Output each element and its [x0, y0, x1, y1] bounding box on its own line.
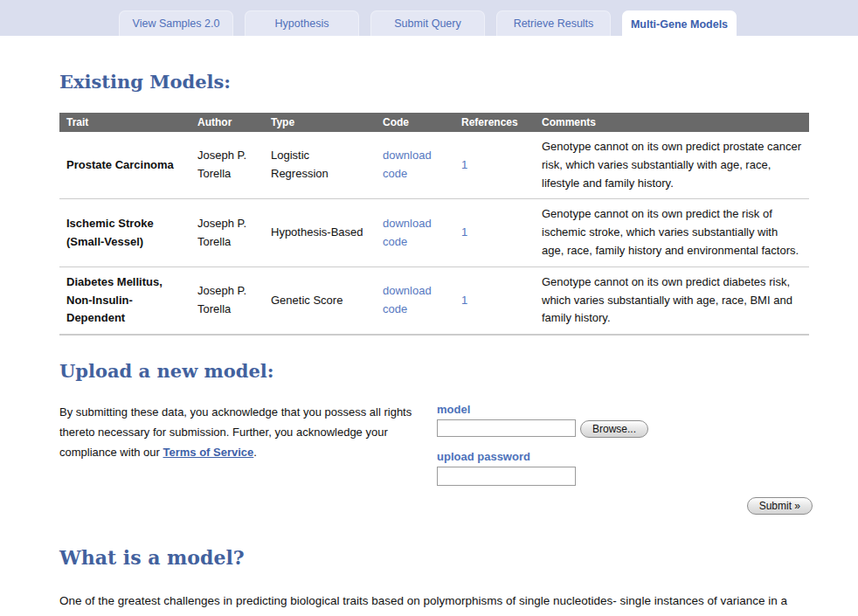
reference-link[interactable]: 1	[461, 294, 467, 307]
upload-disclaimer: By submitting these data, you acknowledg…	[59, 403, 417, 515]
nav-tab[interactable]: Hypothesis	[245, 10, 359, 36]
upload-form: model Browse... upload password Submit »	[437, 403, 809, 515]
references-cell: 1	[454, 266, 535, 335]
nav-tab[interactable]: Multi-Gene Models	[622, 10, 737, 39]
what-is-a-model-paragraph: One of the greatest challenges in predic…	[59, 592, 795, 616]
type-cell: Genetic Score	[264, 266, 376, 335]
column-header: Author	[190, 113, 264, 132]
model-file-input[interactable]	[437, 419, 576, 437]
trait-cell: Diabetes Mellitus, Non-Insulin-Dependent	[59, 266, 190, 335]
models-table: Trait Author Type Code References Commen…	[59, 113, 809, 336]
table-row: Ischemic Stroke (Small-Vessel) Joseph P.…	[59, 199, 809, 266]
references-cell: 1	[454, 199, 535, 266]
column-header: Type	[264, 113, 376, 132]
nav-tab[interactable]: Retrieve Results	[496, 10, 611, 36]
upload-model-heading: Upload a new model:	[59, 360, 809, 382]
model-file-row: Browse...	[437, 419, 809, 438]
nav-tab[interactable]: View Samples 2.0	[119, 10, 233, 36]
table-row: Prostate Carcinoma Joseph P. Torella Log…	[59, 132, 809, 199]
references-cell: 1	[454, 132, 535, 199]
download-code-link[interactable]: download code	[383, 217, 432, 248]
upload-section: By submitting these data, you acknowledg…	[59, 403, 809, 515]
author-cell: Joseph P. Torella	[190, 199, 264, 266]
column-header: Code	[376, 113, 454, 132]
reference-link[interactable]: 1	[461, 158, 467, 171]
column-header: References	[454, 113, 535, 132]
column-header: Comments	[535, 113, 809, 132]
nav-tab[interactable]: Submit Query	[370, 10, 485, 36]
download-code-link[interactable]: download code	[383, 284, 432, 315]
upload-password-input[interactable]	[437, 467, 576, 486]
comments-cell: Genotype cannot on its own predict the r…	[535, 199, 809, 266]
type-cell: Logistic Regression	[264, 132, 376, 199]
tab-label: Retrieve Results	[514, 17, 594, 30]
tab-label: Submit Query	[394, 17, 460, 30]
model-field-label: model	[437, 403, 809, 416]
upload-password-label: upload password	[437, 450, 809, 463]
what-is-a-model-heading: What is a model?	[59, 546, 809, 569]
tab-label: Hypothesis	[275, 17, 329, 30]
reference-link[interactable]: 1	[461, 225, 467, 239]
comments-cell: Genotype cannot on its own predict diabe…	[535, 266, 809, 335]
page-content: Existing Models: Trait Author Type Code …	[0, 71, 858, 616]
submit-button[interactable]: Submit »	[747, 497, 813, 515]
code-cell: download code	[376, 132, 454, 199]
author-cell: Joseph P. Torella	[190, 266, 264, 335]
browse-button[interactable]: Browse...	[580, 420, 648, 438]
column-header: Trait	[59, 113, 190, 132]
trait-cell: Ischemic Stroke (Small-Vessel)	[59, 199, 190, 266]
table-row: Diabetes Mellitus, Non-Insulin-Dependent…	[59, 266, 809, 335]
tab-label: Multi-Gene Models	[631, 18, 728, 31]
download-code-link[interactable]: download code	[383, 149, 432, 180]
comments-cell: Genotype cannot on its own predict prost…	[535, 132, 809, 199]
trait-cell: Prostate Carcinoma	[59, 132, 190, 199]
terms-of-service-link[interactable]: Terms of Service	[163, 446, 254, 459]
disclaimer-period: .	[253, 446, 257, 459]
author-cell: Joseph P. Torella	[190, 132, 264, 199]
type-cell: Hypothesis-Based	[264, 199, 376, 266]
tab-bar: View Samples 2.0 Hypothesis Submit Query…	[0, 0, 858, 36]
code-cell: download code	[376, 199, 454, 266]
tab-label: View Samples 2.0	[133, 17, 220, 30]
table-header-row: Trait Author Type Code References Commen…	[59, 113, 809, 132]
existing-models-heading: Existing Models:	[59, 71, 809, 93]
code-cell: download code	[376, 266, 454, 335]
